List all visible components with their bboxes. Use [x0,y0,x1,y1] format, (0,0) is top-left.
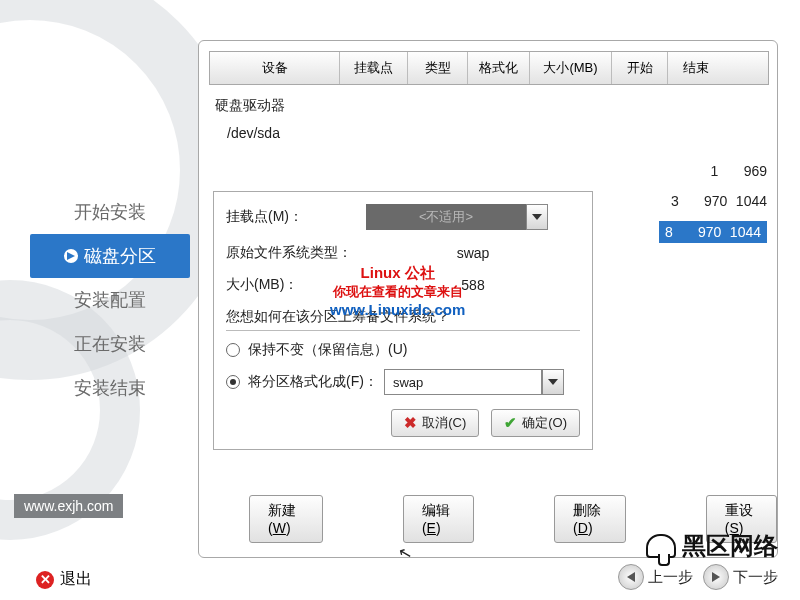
size-value: 588 [366,277,580,293]
arrow-right-icon [712,572,720,582]
cancel-button[interactable]: ✖取消(C) [391,409,479,437]
table-row[interactable]: 1 969 [711,163,767,179]
delete-button[interactable]: 删除(D) [554,495,626,543]
exit-button[interactable]: ✕ 退出 [36,569,92,590]
device-label: /dev/sda [227,125,749,141]
col-device[interactable]: 设备 [210,52,340,84]
col-size[interactable]: 大小(MB) [530,52,612,84]
cursor-icon: ↖ [396,543,413,565]
radio-checked-icon [226,375,240,389]
orig-fs-label: 原始文件系统类型： [226,244,366,262]
mushroom-icon [646,534,676,558]
site-url: www.exjh.com [14,494,123,518]
sidebar-item-finish[interactable]: 安装结束 [30,366,190,410]
back-button[interactable]: 上一步 [614,564,693,590]
check-icon: ✔ [504,414,517,432]
next-button[interactable]: 下一步 [699,564,778,590]
col-start[interactable]: 开始 [612,52,668,84]
edit-partition-dialog: 挂载点(M)： <不适用> 原始文件系统类型： swap 大小(MB)： 588… [213,191,593,450]
partition-table-header: 设备 挂载点 类型 格式化 大小(MB) 开始 结束 [209,51,769,85]
table-row-selected[interactable]: 8 970 1044 [659,221,767,243]
partition-panel: 设备 挂载点 类型 格式化 大小(MB) 开始 结束 硬盘驱动器 /dev/sd… [198,40,778,558]
radio-icon [226,343,240,357]
sidebar-item-start[interactable]: 开始安装 [30,190,190,234]
table-row[interactable]: 3 970 1044 [671,193,767,209]
hdd-section-label: 硬盘驱动器 [215,97,761,115]
edit-button[interactable]: 编辑(E) [403,495,474,543]
close-icon: ✕ [36,571,54,589]
format-fs-dropdown[interactable]: swap [384,369,564,395]
sidebar-item-config[interactable]: 安装配置 [30,278,190,322]
size-label: 大小(MB)： [226,276,366,294]
radio-keep[interactable]: 保持不变（保留信息）(U) [226,341,580,359]
cancel-icon: ✖ [404,414,417,432]
install-steps-sidebar: 开始安装 磁盘分区 安装配置 正在安装 安装结束 [30,190,190,410]
col-end[interactable]: 结束 [668,52,724,84]
mount-point-dropdown[interactable]: <不适用> [366,204,548,230]
radio-format[interactable]: 将分区格式化成(F)： swap [226,369,580,395]
arrow-left-icon [627,572,635,582]
chevron-down-icon [532,214,542,220]
sidebar-item-installing[interactable]: 正在安装 [30,322,190,366]
fs-prompt: 您想如何在该分区上筹备文件系统？ [226,308,580,326]
new-button[interactable]: 新建(W) [249,495,323,543]
col-mount[interactable]: 挂载点 [340,52,408,84]
col-format[interactable]: 格式化 [468,52,530,84]
ok-button[interactable]: ✔确定(O) [491,409,580,437]
orig-fs-value: swap [366,245,580,261]
mount-point-label: 挂载点(M)： [226,208,366,226]
col-type[interactable]: 类型 [408,52,468,84]
play-icon [64,249,78,263]
brand-logo: 黑区网络 [646,530,778,562]
chevron-down-icon [548,379,558,385]
sidebar-item-disk-partition[interactable]: 磁盘分区 [30,234,190,278]
